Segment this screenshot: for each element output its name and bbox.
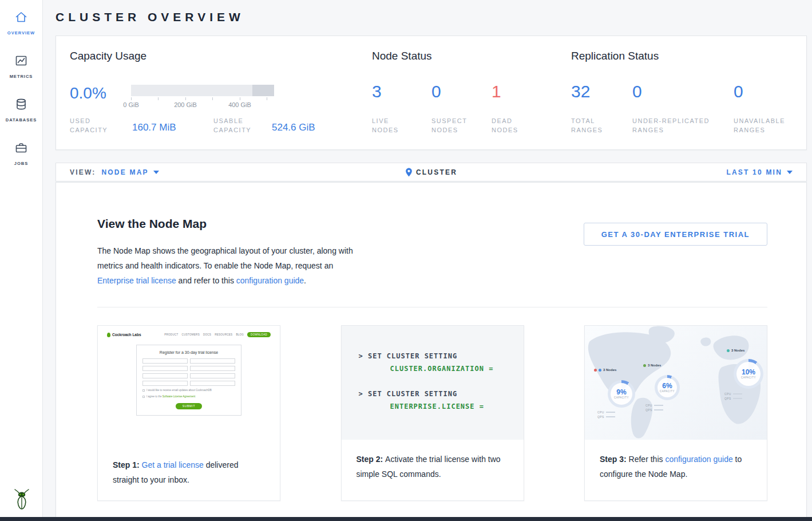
app-root: OVERVIEW METRICS DATABASES bbox=[0, 0, 812, 517]
enterprise-trial-license-link[interactable]: Enterprise trial license bbox=[97, 276, 176, 285]
axis-tick bbox=[267, 97, 267, 100]
cpu-label: CPU bbox=[645, 404, 652, 407]
breadcrumb: CLUSTER bbox=[56, 168, 806, 177]
axis-tick bbox=[158, 97, 159, 100]
mini-checkbox-label: I agree to the Software License Agreemen… bbox=[146, 395, 195, 398]
mini-input-field bbox=[190, 381, 235, 386]
sidebar-item-label: JOBS bbox=[14, 161, 28, 166]
used-capacity-label: USED CAPACITY bbox=[70, 116, 113, 135]
region-node-count: 3 Nodes bbox=[648, 364, 661, 367]
cpu-label: CPU bbox=[597, 411, 604, 414]
node-dot-icon bbox=[599, 369, 601, 372]
step3-card: 3 Nodes 9% CAPACITY CPU QPS bbox=[584, 325, 767, 501]
sidebar-item-jobs[interactable]: JOBS bbox=[0, 131, 42, 174]
time-range-selector[interactable]: LAST 10 MIN bbox=[726, 168, 793, 176]
sql-command: > SET CLUSTER SETTING bbox=[359, 352, 524, 360]
capacity-usage-title: Capacity Usage bbox=[70, 50, 146, 62]
region-chip: 3 Nodes bbox=[727, 349, 744, 352]
axis-tick-label: 0 GiB bbox=[123, 101, 139, 108]
metrics-icon bbox=[14, 54, 28, 70]
checkbox-icon bbox=[142, 396, 145, 398]
mini-input-field bbox=[142, 373, 188, 378]
region-mini-stats: CPU QPS bbox=[597, 409, 615, 419]
page-title: CLUSTER OVERVIEW bbox=[56, 10, 807, 24]
mini-nav-item: RESOURCES bbox=[215, 333, 232, 336]
jobs-icon bbox=[14, 141, 28, 157]
live-nodes-count: 3 bbox=[372, 82, 382, 101]
cpu-label: CPU bbox=[724, 392, 731, 396]
step2-label: Step 2: bbox=[357, 455, 386, 464]
mini-registration-page: Cockroach Labs PRODUCT CUSTOMERS DOCS RE… bbox=[105, 330, 273, 443]
sidebar-item-label: OVERVIEW bbox=[7, 30, 35, 35]
cluster-summary-panel: Capacity Usage 0.0% 0 GiB 200 GiB 400 Gi… bbox=[56, 35, 807, 150]
stat-bar bbox=[654, 405, 663, 406]
capacity-bar-track bbox=[131, 85, 274, 96]
region-chip: 3 Nodes bbox=[594, 368, 616, 372]
dead-nodes-count: 1 bbox=[492, 82, 501, 101]
mini-input-field bbox=[142, 381, 188, 386]
stat-bar bbox=[654, 409, 663, 411]
mini-input-field bbox=[190, 373, 235, 378]
region-chip: 3 Nodes bbox=[643, 364, 661, 367]
description-text: and refer to this bbox=[176, 276, 236, 285]
sql-setting: CLUSTER.ORGANIZATION = bbox=[390, 365, 524, 373]
chevron-down-icon bbox=[787, 171, 793, 174]
mini-nav-item: BLOG bbox=[236, 333, 244, 336]
capacity-metric-label: CAPACITY bbox=[741, 376, 756, 379]
suspect-nodes-count: 0 bbox=[431, 82, 441, 101]
live-nodes-label: LIVE NODES bbox=[372, 116, 412, 135]
capacity-usage-bar: 0 GiB 200 GiB 400 GiB bbox=[131, 85, 274, 96]
total-ranges-count: 32 bbox=[571, 82, 590, 101]
node-status-title: Node Status bbox=[372, 50, 432, 62]
region-node-count: 3 Nodes bbox=[731, 349, 744, 352]
node-map-title: View the Node Map bbox=[97, 217, 207, 231]
mini-nav-item: CUSTOMERS bbox=[182, 333, 200, 336]
view-selector-value: NODE MAP bbox=[101, 168, 148, 176]
unavailable-ranges-label: UNAVAILABLE RANGES bbox=[734, 116, 797, 135]
stat-bar bbox=[733, 398, 742, 399]
capacity-percent: 10% bbox=[742, 369, 755, 376]
breadcrumb-label: CLUSTER bbox=[416, 168, 457, 176]
step3-label: Step 3: bbox=[600, 455, 629, 464]
mini-form-fields bbox=[142, 358, 235, 386]
step2-card: > SET CLUSTER SETTING CLUSTER.ORGANIZATI… bbox=[341, 325, 524, 501]
mini-form-title: Register for a 30-day trial license bbox=[142, 350, 235, 354]
usable-capacity-value: 524.6 GiB bbox=[272, 122, 315, 133]
mini-brand-label: Cockroach Labs bbox=[112, 333, 141, 337]
replication-status-title: Replication Status bbox=[571, 50, 659, 62]
checkbox-icon bbox=[142, 389, 145, 392]
footer-bar bbox=[0, 517, 812, 521]
section-divider bbox=[97, 307, 767, 307]
under-replicated-label: UNDER-REPLICATED RANGES bbox=[632, 116, 725, 135]
steps-row: Cockroach Labs PRODUCT CUSTOMERS DOCS RE… bbox=[97, 325, 767, 501]
mini-nav-item: DOCS bbox=[203, 333, 211, 336]
sidebar-item-overview[interactable]: OVERVIEW bbox=[0, 0, 42, 44]
cockroach-bug-icon bbox=[107, 333, 110, 337]
qps-label: QPS bbox=[597, 415, 604, 419]
stat-bar bbox=[733, 393, 742, 394]
configuration-guide-link[interactable]: configuration guide bbox=[665, 455, 732, 464]
mini-checkbox-label: I would like to receive email updates ab… bbox=[146, 389, 212, 392]
capacity-donut: 9% CAPACITY bbox=[608, 380, 635, 408]
location-pin-icon bbox=[405, 168, 413, 177]
sidebar-item-databases[interactable]: DATABASES bbox=[0, 87, 42, 131]
sidebar: OVERVIEW METRICS DATABASES bbox=[0, 0, 43, 517]
get-trial-license-link[interactable]: Get a trial license bbox=[142, 460, 204, 469]
enterprise-trial-button[interactable]: GET A 30-DAY ENTERPRISE TRIAL bbox=[584, 223, 767, 246]
configuration-guide-link[interactable]: configuration guide bbox=[236, 276, 304, 285]
node-dot-icon bbox=[594, 369, 597, 372]
step1-label: Step 1: bbox=[113, 460, 142, 469]
view-selector[interactable]: NODE MAP bbox=[101, 168, 159, 176]
mini-checkbox-row: I agree to the Software License Agreemen… bbox=[142, 395, 235, 398]
mini-brand: Cockroach Labs bbox=[107, 333, 141, 337]
mini-checkbox-row: I would like to receive email updates ab… bbox=[142, 389, 235, 392]
sidebar-item-metrics[interactable]: METRICS bbox=[0, 44, 42, 87]
unavailable-ranges-count: 0 bbox=[734, 82, 743, 101]
step2-code-block: > SET CLUSTER SETTING CLUSTER.ORGANIZATI… bbox=[342, 326, 524, 440]
capacity-used-percent: 0.0% bbox=[70, 84, 106, 102]
node-map-panel: View the Node Map GET A 30-DAY ENTERPRIS… bbox=[56, 182, 807, 519]
suspect-nodes-label: SUSPECT NODES bbox=[431, 116, 477, 135]
mini-nav-item: PRODUCT bbox=[164, 333, 178, 336]
step3-node-map-preview: 3 Nodes 9% CAPACITY CPU QPS bbox=[585, 326, 767, 440]
view-label: VIEW: bbox=[70, 168, 96, 176]
